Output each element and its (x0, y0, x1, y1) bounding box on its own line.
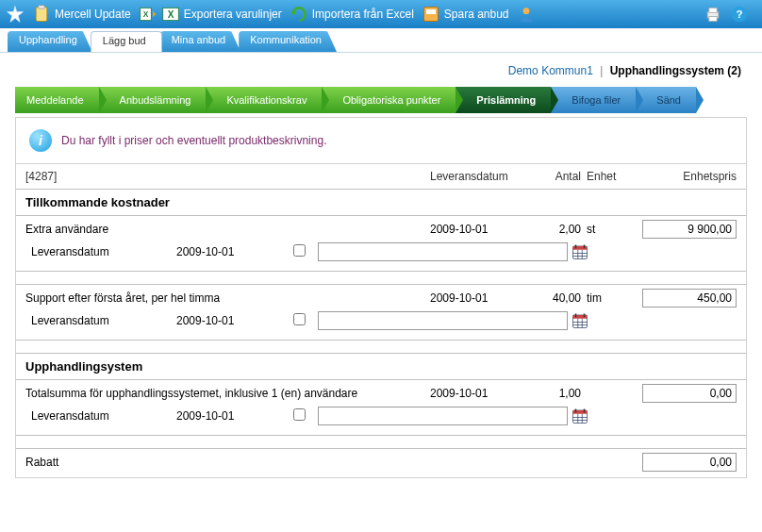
tab-mina-anbud[interactable]: Mina anbud (160, 31, 241, 52)
save-folder-icon (422, 5, 440, 24)
step-kvalifikationskrav[interactable]: Kvalifikationskrav (206, 87, 322, 113)
delivery-date: 2009-10-01 (176, 245, 280, 258)
delivery-note-input[interactable] (318, 407, 568, 425)
content-panel: i Du har fyllt i priser och eventuellt p… (15, 117, 747, 478)
item-price-cell (633, 384, 737, 403)
tab-kommunikation[interactable]: Kommunikation (239, 31, 337, 52)
delivery-note-input[interactable] (318, 311, 568, 330)
item-row-totalsumma: Totalsumma för upphandlingssystemet, ink… (16, 380, 746, 405)
svg-rect-2 (39, 6, 45, 8)
delivery-checkbox-wrap (280, 313, 318, 328)
svg-rect-8 (426, 9, 436, 14)
excel-export-icon: X (139, 5, 157, 24)
delivery-checkbox[interactable] (293, 244, 306, 257)
row-separator (16, 341, 746, 354)
svg-point-9 (522, 8, 529, 14)
clipboard-icon (32, 5, 51, 24)
delivery-checkbox-wrap (280, 244, 318, 259)
system-name: Upphandlingssystem (2) (610, 64, 741, 77)
delivery-date: 2009-10-01 (176, 409, 280, 423)
row-separator (16, 272, 746, 285)
item-qty: 1,00 (529, 387, 581, 400)
price-input-support[interactable] (642, 289, 737, 308)
header-id: [4287] (25, 170, 430, 183)
svg-marker-0 (8, 7, 24, 23)
step-meddelande[interactable]: Meddelande (15, 87, 99, 113)
app-menu-button[interactable] (6, 5, 25, 24)
item-price-cell (633, 289, 737, 308)
calendar-icon[interactable] (572, 407, 588, 424)
tab-lagg-bud[interactable]: Lägg bud (91, 31, 162, 52)
exportera-button[interactable]: X X Exportera varulinjer (139, 5, 282, 24)
step-obligatoriska[interactable]: Obligatoriska punkter (322, 87, 456, 113)
calendar-icon[interactable] (572, 312, 588, 329)
delivery-row-support: Leveransdatum 2009-10-01 (16, 309, 746, 341)
price-input-extra-anvandare[interactable] (642, 220, 737, 239)
section-tillkommande: Tillkommande kostnader (16, 190, 746, 216)
svg-text:?: ? (736, 8, 742, 20)
info-text: Du har fyllt i priser och eventuellt pro… (61, 134, 326, 147)
tab-upphandling[interactable]: Upphandling (8, 31, 92, 52)
print-icon (704, 5, 722, 24)
spara-button[interactable]: Spara anbud (422, 5, 509, 24)
mercell-update-button[interactable]: Mercell Update (32, 5, 131, 24)
svg-text:X: X (142, 9, 148, 19)
delivery-row-extra-anvandare: Leveransdatum 2009-10-01 (16, 241, 746, 272)
importera-label: Importera från Excel (312, 8, 414, 21)
item-qty: 40,00 (529, 291, 581, 305)
header-leveransdatum: Leveransdatum (430, 170, 529, 183)
price-input-rabatt[interactable] (642, 453, 737, 472)
context-sep: | (600, 64, 603, 77)
info-bar: i Du har fyllt i priser och eventuellt p… (16, 118, 746, 164)
delivery-date: 2009-10-01 (176, 314, 280, 327)
main-area: Upphandling Lägg bud Mina anbud Kommunik… (0, 28, 762, 478)
delivery-checkbox[interactable] (293, 408, 306, 421)
item-name: Totalsumma för upphandlingssystemet, ink… (25, 387, 430, 400)
step-prislamning[interactable]: Prislämning (456, 87, 551, 113)
svg-text:X: X (167, 9, 174, 20)
step-bifoga[interactable]: Bifoga filer (551, 87, 636, 113)
item-price-cell (633, 453, 737, 472)
item-name: Extra användare (25, 223, 430, 236)
svg-rect-1 (36, 8, 47, 22)
delivery-row-totalsumma: Leveransdatum 2009-10-01 (16, 405, 746, 436)
item-name: Rabatt (25, 456, 430, 469)
calendar-icon[interactable] (572, 243, 588, 260)
item-unit: tim (581, 291, 633, 305)
step-anbudslamning[interactable]: Anbudslämning (99, 87, 207, 113)
mercell-update-label: Mercell Update (55, 8, 131, 21)
print-button[interactable] (704, 5, 722, 24)
header-antal: Antal (529, 170, 581, 183)
item-name: Support efter första året, per hel timma (25, 291, 430, 305)
wizard-steps: Meddelande Anbudslämning Kvalifikationsk… (15, 87, 747, 113)
item-unit: st (581, 223, 633, 236)
item-date: 2009-10-01 (430, 387, 529, 400)
step-sand[interactable]: Sänd (636, 87, 696, 113)
tabs-row: Upphandling Lägg bud Mina anbud Kommunik… (0, 28, 762, 53)
svg-rect-12 (709, 17, 717, 22)
user-icon (517, 5, 536, 24)
importera-button[interactable]: Importera från Excel (290, 5, 414, 24)
delivery-label: Leveransdatum (25, 314, 176, 327)
delivery-note-input[interactable] (318, 242, 568, 261)
delivery-checkbox[interactable] (293, 313, 306, 325)
help-icon: ? (730, 5, 749, 24)
item-row-support: Support efter första året, per hel timma… (16, 285, 746, 309)
delivery-label: Leveransdatum (25, 409, 176, 423)
delivery-checkbox-wrap (280, 408, 318, 424)
import-arrow-icon (290, 5, 308, 24)
row-separator (16, 436, 746, 449)
help-button[interactable]: ? (730, 5, 749, 24)
user-button[interactable] (517, 5, 536, 24)
excel-icon: X (161, 5, 180, 24)
item-date: 2009-10-01 (430, 291, 529, 305)
price-input-totalsumma[interactable] (642, 384, 737, 403)
sheet-header: [4287] Leveransdatum Antal Enhet Enhetsp… (16, 164, 746, 190)
item-qty: 2,00 (529, 223, 581, 236)
price-sheet: [4287] Leveransdatum Antal Enhet Enhetsp… (16, 164, 746, 477)
header-enhet: Enhet (581, 170, 633, 183)
info-icon: i (29, 129, 52, 152)
spara-label: Spara anbud (444, 8, 509, 21)
delivery-label: Leveransdatum (25, 245, 176, 258)
context-row: Demo Kommun1 | Upphandlingssystem (2) (0, 53, 762, 87)
